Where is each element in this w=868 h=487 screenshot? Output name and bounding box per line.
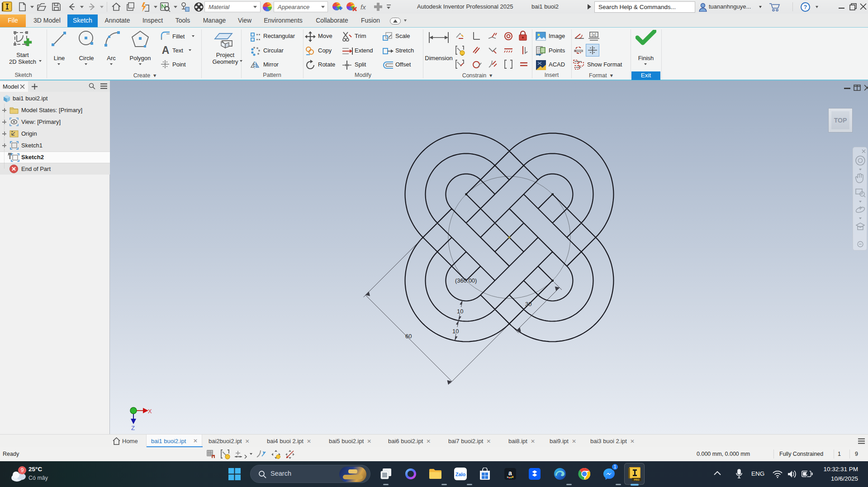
svg-text:a: a (508, 469, 512, 477)
svg-text:?: ? (804, 4, 807, 10)
svg-text:[x]: [x] (592, 33, 596, 37)
svg-text:Z: Z (131, 425, 135, 431)
svg-text:(360.00): (360.00) (455, 277, 477, 284)
svg-text:A: A (162, 45, 170, 56)
svg-text:PRO: PRO (634, 478, 640, 481)
svg-text:10: 10 (452, 328, 459, 335)
svg-text:Zalo: Zalo (455, 472, 466, 477)
svg-text:X: X (148, 408, 152, 415)
svg-text:30: 30 (525, 301, 531, 307)
svg-text:10: 10 (457, 308, 463, 315)
svg-text:60: 60 (405, 333, 412, 340)
